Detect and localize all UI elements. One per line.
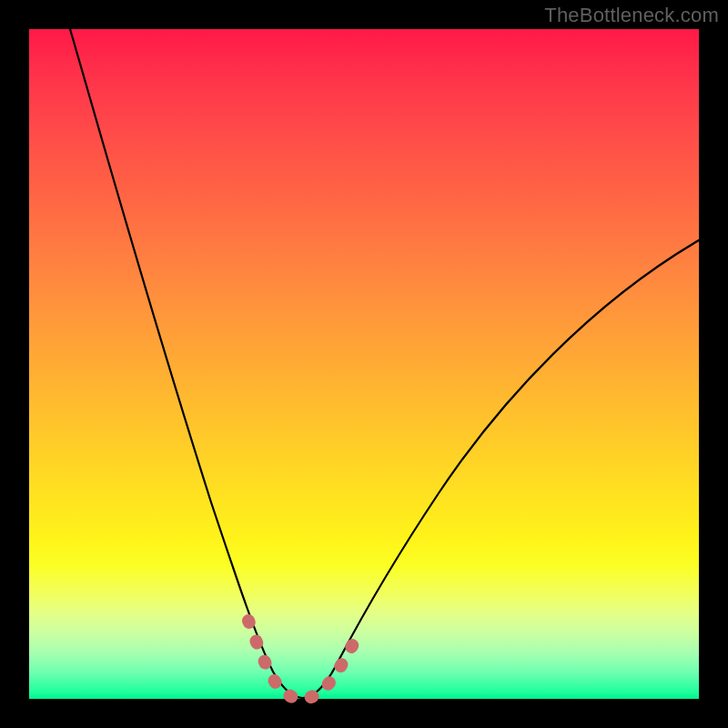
bottleneck-curve-path <box>70 29 699 698</box>
curve-layer <box>29 29 699 699</box>
watermark-text: TheBottleneck.com <box>544 4 719 27</box>
bottom-highlight-path <box>248 621 360 699</box>
outer-frame: TheBottleneck.com <box>0 0 728 728</box>
